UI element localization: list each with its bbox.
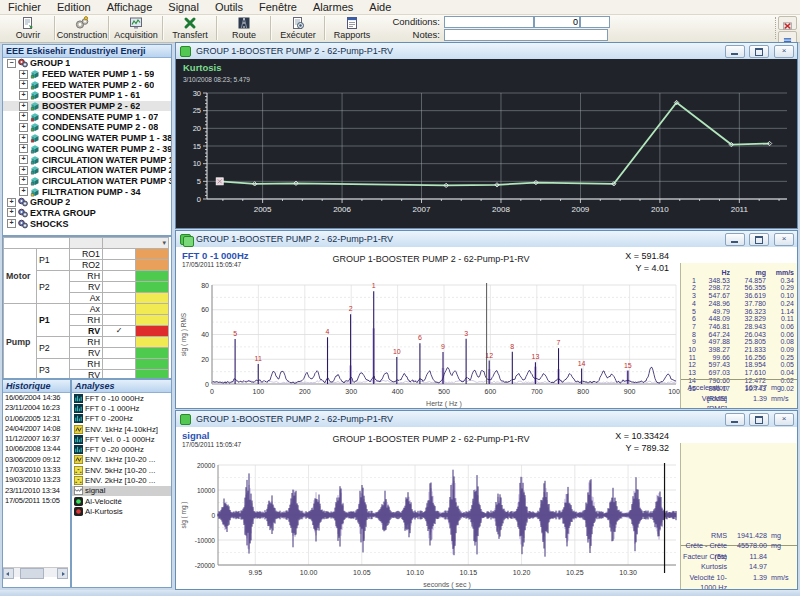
expand-icon[interactable]: + — [7, 219, 16, 228]
check-cell[interactable] — [103, 271, 136, 282]
close-button[interactable]: × — [774, 233, 794, 246]
collapse-icon[interactable]: − — [7, 59, 16, 68]
conditions-extra-input[interactable] — [580, 16, 610, 28]
tree-item-condensate-pump-2-08[interactable]: +CONDENSATE PUMP 2 - 08 — [3, 122, 171, 133]
filter-dropdown[interactable]: ▾ — [103, 238, 169, 249]
menu-item-edition[interactable]: Edition — [49, 0, 99, 14]
expand-icon[interactable]: + — [19, 166, 28, 175]
expand-icon[interactable]: + — [19, 70, 28, 79]
restore-button[interactable] — [749, 45, 769, 58]
expand-icon[interactable]: + — [19, 134, 28, 143]
tree-item-circulation-water-pump-1-35[interactable]: +CIRCULATION WATER PUMP 1 - 35 — [3, 154, 171, 165]
direction-cell[interactable]: RH — [70, 359, 103, 370]
expand-icon[interactable]: + — [19, 102, 28, 111]
direction-cell[interactable]: RV — [70, 326, 103, 337]
analysis-item-fft-0-10-000hz[interactable]: FFT 0 -10 000Hz — [72, 393, 171, 403]
signal-waveform-chart[interactable]: -20000-10000010000200009.9510.0010.0510.… — [178, 461, 681, 589]
check-cell[interactable] — [103, 359, 136, 370]
toolbar-button-construction[interactable]: Construction — [56, 15, 108, 41]
menu-item-fen-tre[interactable]: Fenêtre — [251, 0, 305, 14]
analysis-item-fft-0-1-000hz[interactable]: FFT 0 -1 000Hz — [72, 403, 171, 413]
notes-input[interactable] — [444, 29, 608, 41]
fft-peak-row[interactable]: 4248.9637.7800.24 — [683, 300, 794, 308]
check-cell[interactable]: ✓ — [103, 326, 136, 337]
check-cell[interactable] — [103, 315, 136, 326]
tree-item-extra-group[interactable]: +EXTRA GROUP — [3, 208, 171, 219]
tree-item-condensate-pump-1-07[interactable]: +CONDENSATE PUMP 1 - 07 — [3, 111, 171, 122]
toolbar-button-ex-cuter[interactable]: Exécuter — [272, 15, 324, 41]
scroll-right-arrow[interactable] — [57, 568, 68, 579]
conditions-input[interactable] — [444, 16, 534, 28]
tree-item-group-2[interactable]: +GROUP 2 — [3, 197, 171, 208]
analysis-item-al-kurtosis[interactable]: Al-Kurtosis — [72, 506, 171, 516]
analysis-item-env-2khz-10-20[interactable]: ENV. 2kHz [10-20 ... — [72, 475, 171, 485]
points-row[interactable]: MotorP1RO1 — [4, 249, 169, 260]
check-cell[interactable] — [103, 260, 136, 271]
tree-item-feed-water-pump-1-59[interactable]: +FEED WATER PUMP 1 - 59 — [3, 69, 171, 80]
close-button[interactable]: × — [774, 45, 794, 58]
toolbar-button-rapports[interactable]: Rapports — [326, 15, 378, 41]
minimize-button[interactable] — [725, 45, 745, 58]
expand-icon[interactable]: + — [19, 144, 28, 153]
expand-icon[interactable]: + — [19, 176, 28, 185]
fft-peak-row[interactable]: 3547.6736.6190.10 — [683, 292, 794, 300]
fft-peak-row[interactable]: 13697.0317.6100.04 — [683, 369, 794, 377]
fft-peak-row[interactable]: 10398.2721.8330.09 — [683, 346, 794, 354]
history-scrollbar[interactable] — [3, 567, 68, 577]
history-item[interactable]: 24/04/2007 14:08 — [3, 424, 70, 434]
history-item[interactable]: 01/06/2005 12:31 — [3, 414, 70, 424]
menu-item-signal[interactable]: Signal — [160, 0, 207, 14]
fft-peak-row[interactable]: 7746.8128.9430.06 — [683, 323, 794, 331]
history-item[interactable]: 03/06/2009 09:12 — [3, 455, 70, 465]
tree-item-circulation-water-pump-2-36[interactable]: +CIRCULATION WATER PUMP 2 - 36 — [3, 165, 171, 176]
history-item[interactable]: 10/06/2008 13:44 — [3, 444, 70, 454]
expand-icon[interactable]: + — [7, 208, 16, 217]
menu-item-outils[interactable]: Outils — [207, 0, 251, 14]
fft-peak-row[interactable]: 9497.8825.8050.08 — [683, 338, 794, 346]
fft-peak-row[interactable]: 12597.4318.9540.05 — [683, 361, 794, 369]
restore-button[interactable] — [749, 233, 769, 246]
fft-peak-row[interactable]: 1199.6616.2560.25 — [683, 354, 794, 362]
fft-peak-row[interactable]: 1348.5374.8570.34 — [683, 277, 794, 285]
check-cell[interactable] — [103, 304, 136, 315]
expand-icon[interactable]: + — [7, 198, 16, 207]
analysis-item-fft-0-20-000hz[interactable]: FFT 0 -20 000Hz — [72, 444, 171, 454]
fft-peak-row[interactable]: 549.7936.3231.14 — [683, 308, 794, 316]
direction-cell[interactable]: RV — [70, 348, 103, 359]
close-button[interactable]: × — [774, 413, 794, 426]
check-cell[interactable] — [103, 293, 136, 304]
history-item[interactable]: 17/05/2011 15:05 — [3, 496, 70, 506]
analysis-item-fft-0-200hz[interactable]: FFT 0 -200Hz — [72, 414, 171, 424]
history-item[interactable]: 19/03/2010 13:23 — [3, 475, 70, 485]
direction-cell[interactable]: RV — [70, 282, 103, 293]
trend-window-titlebar[interactable]: GROUP 1-BOOSTER PUMP 2 - 62-Pump-P1-RV × — [176, 43, 797, 60]
menu-item-aide[interactable]: Aide — [361, 0, 399, 14]
menu-item-affichage[interactable]: Affichage — [99, 0, 161, 14]
expand-icon[interactable]: + — [19, 112, 28, 121]
fft-spectrum-chart[interactable]: 0204060800100200300400500600700800900100… — [178, 281, 681, 408]
direction-cell[interactable]: Ax — [70, 304, 103, 315]
tree-item-filtration-pump-34[interactable]: +FILTRATION PUMP - 34 — [3, 186, 171, 197]
tree-item-group-1[interactable]: −GROUP 1 — [3, 58, 171, 69]
history-item[interactable]: 23/11/2004 16:23 — [3, 403, 70, 413]
history-item[interactable]: 11/12/2007 16:37 — [3, 434, 70, 444]
direction-cell[interactable]: RO1 — [70, 249, 103, 260]
delete-grid-button[interactable] — [778, 16, 797, 30]
menu-item-fichier[interactable]: Fichier — [0, 0, 49, 14]
tree-item-booster-pump-1-61[interactable]: +BOOSTER PUMP 1 - 61 — [3, 90, 171, 101]
check-cell[interactable] — [103, 249, 136, 260]
history-item[interactable]: 17/03/2010 13:33 — [3, 465, 70, 475]
kurtosis-trend-chart[interactable]: 0510152025302005200620072008200920102011 — [179, 87, 795, 226]
expand-icon[interactable]: + — [19, 187, 28, 196]
expand-icon[interactable]: + — [19, 80, 28, 89]
analysis-item-al-velocit[interactable]: Al-Velocité — [72, 496, 171, 506]
analysis-item-env-1khz-4-10khz[interactable]: ENV. 1kHz [4-10kHz] — [72, 424, 171, 434]
scroll-left-arrow[interactable] — [3, 568, 14, 579]
points-row[interactable]: PumpP1Ax — [4, 304, 169, 315]
direction-cell[interactable]: RH — [70, 315, 103, 326]
analysis-item-env-5khz-10-20[interactable]: ENV. 5kHz [10-20 ... — [72, 465, 171, 475]
check-cell[interactable] — [103, 337, 136, 348]
tree-item-cooling-water-pump-2-39[interactable]: +COOLING WATER PUMP 2 - 39 — [3, 144, 171, 155]
restore-button[interactable] — [749, 413, 769, 426]
analysis-item-fft-vel-0-1-000hz[interactable]: FFT Vel. 0 -1 000Hz — [72, 434, 171, 444]
